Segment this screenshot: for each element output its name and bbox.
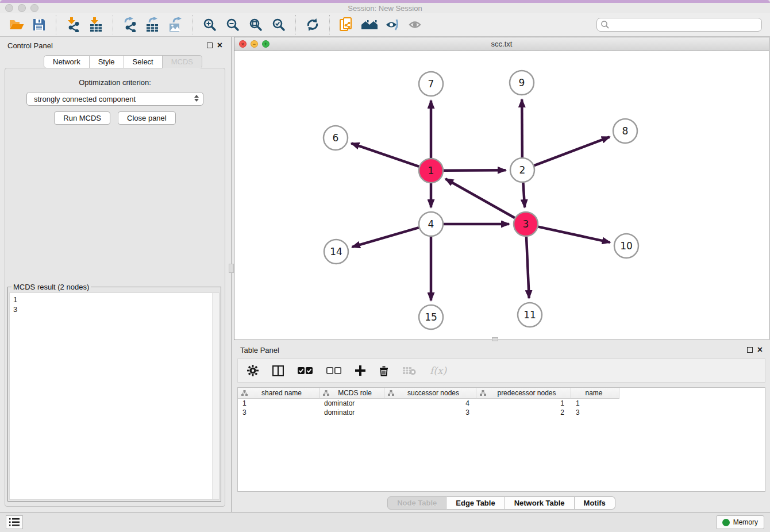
tab-network[interactable]: Network bbox=[44, 55, 90, 68]
app-titlebar: Session: New Session bbox=[0, 3, 770, 13]
graph-edge-3-11[interactable] bbox=[526, 237, 529, 298]
import-table-button[interactable] bbox=[86, 15, 106, 34]
tab-edge-table[interactable]: Edge Table bbox=[446, 496, 505, 510]
svg-text:8: 8 bbox=[622, 125, 629, 137]
hide-selected-button[interactable] bbox=[382, 15, 403, 34]
vertical-splitter[interactable] bbox=[231, 37, 232, 512]
graph-edge-2-3[interactable] bbox=[523, 183, 525, 207]
hierarchy-icon bbox=[388, 390, 394, 396]
graph-node-6[interactable]: 6 bbox=[324, 126, 348, 150]
tab-motifs[interactable]: Motifs bbox=[575, 496, 615, 510]
search-input[interactable] bbox=[596, 18, 762, 32]
clone-network-button[interactable] bbox=[336, 15, 357, 34]
graph-node-10[interactable]: 10 bbox=[614, 234, 638, 258]
graph-node-11[interactable]: 11 bbox=[518, 303, 542, 327]
graph-edge-1-2[interactable] bbox=[444, 170, 506, 171]
graph-edge-2-9[interactable] bbox=[522, 99, 522, 157]
graph-node-14[interactable]: 14 bbox=[324, 240, 348, 264]
svg-text:3: 3 bbox=[523, 218, 529, 230]
delete-column-button[interactable] bbox=[402, 366, 416, 375]
column-header-mcds-role[interactable]: MCDS role bbox=[319, 388, 384, 399]
table-row[interactable]: 3 dominator 3 2 3 bbox=[238, 408, 765, 417]
zoom-in-button[interactable] bbox=[199, 15, 220, 34]
first-neighbors-button[interactable] bbox=[359, 15, 380, 34]
delete-row-button[interactable] bbox=[379, 365, 388, 376]
close-panel-icon[interactable]: × bbox=[217, 43, 222, 48]
tab-mcds[interactable]: MCDS bbox=[163, 55, 202, 68]
task-history-button[interactable] bbox=[6, 515, 23, 529]
refresh-network-button[interactable] bbox=[302, 15, 323, 34]
import-network-button[interactable] bbox=[63, 15, 83, 34]
mcds-result-line: 3 bbox=[13, 304, 215, 314]
graph-edge-1-6[interactable] bbox=[351, 143, 419, 166]
zoom-selected-button[interactable] bbox=[268, 15, 289, 34]
float-panel-icon[interactable] bbox=[207, 43, 213, 48]
show-hidden-button[interactable] bbox=[405, 15, 426, 34]
graph-node-9[interactable]: 9 bbox=[510, 71, 534, 95]
graph-node-2[interactable]: 2 bbox=[510, 158, 534, 182]
node-table: shared name MCDS role successor nodes pr… bbox=[237, 387, 765, 492]
svg-text:10: 10 bbox=[620, 240, 633, 252]
tab-select[interactable]: Select bbox=[124, 55, 163, 68]
result-scrollbar[interactable] bbox=[212, 293, 219, 499]
tab-style[interactable]: Style bbox=[90, 55, 124, 68]
float-panel-icon[interactable] bbox=[747, 347, 753, 353]
add-row-button[interactable] bbox=[355, 365, 365, 376]
graph-node-15[interactable]: 15 bbox=[419, 305, 443, 329]
graph-node-3[interactable]: 3 bbox=[514, 212, 538, 236]
trash-icon bbox=[379, 365, 388, 376]
column-header-predecessor-nodes[interactable]: predecessor nodes bbox=[476, 388, 571, 399]
graph-node-7[interactable]: 7 bbox=[419, 72, 443, 96]
graph-node-4[interactable]: 4 bbox=[419, 212, 443, 236]
control-panel-title: Control Panel bbox=[7, 41, 53, 50]
network-window-titlebar: × − + scc.txt bbox=[234, 37, 769, 51]
unchecked-boxes-icon bbox=[326, 367, 341, 374]
horizontal-splitter-handle[interactable] bbox=[492, 337, 498, 341]
criterion-dropdown[interactable]: strongly connected component bbox=[26, 92, 203, 106]
export-network-button[interactable] bbox=[120, 15, 140, 34]
graph-edge-2-8[interactable] bbox=[534, 137, 610, 165]
network-canvas[interactable]: 7968124314101511 bbox=[234, 51, 769, 340]
table-row[interactable]: 1 dominator 4 1 1 bbox=[238, 399, 765, 408]
app-title: Session: New Session bbox=[0, 4, 770, 13]
run-mcds-button[interactable]: Run MCDS bbox=[54, 111, 110, 125]
toolbar-separator bbox=[329, 15, 330, 34]
zoom-out-button[interactable] bbox=[222, 15, 243, 34]
graph-edge-4-14[interactable] bbox=[352, 228, 419, 247]
table-panel-title: Table Panel bbox=[240, 346, 279, 354]
zoom-fit-button[interactable] bbox=[245, 15, 266, 34]
open-session-button[interactable] bbox=[6, 15, 26, 34]
column-layout-button[interactable] bbox=[272, 365, 284, 376]
column-header-successor-nodes[interactable]: successor nodes bbox=[384, 388, 476, 399]
save-session-button[interactable] bbox=[29, 15, 49, 34]
export-table-button[interactable] bbox=[143, 15, 163, 34]
graph-edge-3-1[interactable] bbox=[445, 179, 515, 218]
graph-node-1[interactable]: 1 bbox=[419, 159, 443, 183]
control-panel: Control Panel × Network Style Select MCD… bbox=[0, 37, 230, 512]
column-header-name[interactable]: name bbox=[571, 388, 619, 399]
column-header-shared-name[interactable]: shared name bbox=[238, 388, 319, 399]
tab-network-table[interactable]: Network Table bbox=[505, 496, 575, 510]
vertical-splitter-handle[interactable] bbox=[229, 264, 234, 273]
network-graph[interactable]: 7968124314101511 bbox=[234, 51, 769, 340]
memory-button[interactable]: Memory bbox=[716, 515, 764, 529]
hierarchy-icon bbox=[480, 390, 486, 396]
deselect-all-button[interactable] bbox=[326, 367, 341, 374]
graph-edge-3-10[interactable] bbox=[538, 227, 610, 242]
cell-successor-nodes: 3 bbox=[384, 408, 476, 417]
dropdown-stepper-icon bbox=[194, 95, 199, 102]
tab-node-table[interactable]: Node Table bbox=[387, 496, 446, 510]
svg-text:2: 2 bbox=[519, 164, 526, 176]
function-builder-button[interactable]: f(x) bbox=[430, 365, 446, 376]
close-panel-icon[interactable]: × bbox=[757, 347, 763, 353]
export-image-button[interactable] bbox=[165, 15, 186, 34]
import-network-icon bbox=[66, 17, 80, 32]
columns-icon bbox=[272, 365, 284, 376]
table-settings-button[interactable] bbox=[247, 365, 259, 376]
table-panel: Table Panel × bbox=[233, 342, 770, 512]
graph-node-8[interactable]: 8 bbox=[613, 119, 637, 143]
select-all-button[interactable] bbox=[298, 367, 313, 374]
zoom-fit-icon bbox=[249, 18, 263, 32]
close-panel-button[interactable]: Close panel bbox=[118, 111, 176, 125]
eye-icon bbox=[408, 18, 423, 32]
